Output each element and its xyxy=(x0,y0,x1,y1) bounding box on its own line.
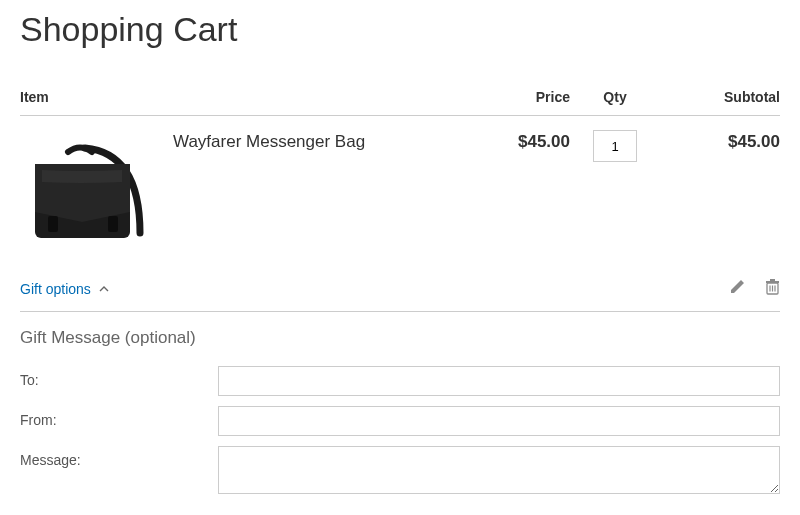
header-qty: Qty xyxy=(570,89,660,105)
gift-form: To: From: Message: xyxy=(20,366,780,494)
product-image[interactable] xyxy=(20,130,155,265)
gift-to-label: To: xyxy=(20,366,218,388)
qty-input[interactable] xyxy=(593,130,637,162)
header-subtotal: Subtotal xyxy=(660,89,780,105)
trash-icon[interactable] xyxy=(765,279,780,299)
cart-header-row: Item Price Qty Subtotal xyxy=(20,89,780,116)
page-title: Shopping Cart xyxy=(20,10,780,49)
item-actions-row: Gift options xyxy=(20,275,780,312)
header-price: Price xyxy=(470,89,570,105)
item-subtotal: $45.00 xyxy=(660,130,780,265)
edit-icon[interactable] xyxy=(729,279,745,299)
svg-rect-2 xyxy=(108,216,118,232)
item-price: $45.00 xyxy=(470,130,570,265)
gift-options-label: Gift options xyxy=(20,281,91,297)
gift-options-toggle[interactable]: Gift options xyxy=(20,281,109,297)
gift-message-label: Message: xyxy=(20,446,218,468)
gift-to-input[interactable] xyxy=(218,366,780,396)
gift-from-input[interactable] xyxy=(218,406,780,436)
svg-rect-1 xyxy=(48,216,58,232)
table-row: Wayfarer Messenger Bag $45.00 $45.00 xyxy=(20,116,780,275)
cart-table: Item Price Qty Subtotal xyxy=(20,89,780,494)
gift-from-label: From: xyxy=(20,406,218,428)
chevron-up-icon xyxy=(99,284,109,295)
header-item: Item xyxy=(20,89,470,105)
product-name[interactable]: Wayfarer Messenger Bag xyxy=(173,130,365,265)
svg-rect-8 xyxy=(770,279,775,281)
svg-rect-7 xyxy=(766,281,779,283)
gift-message-textarea[interactable] xyxy=(218,446,780,494)
gift-message-heading: Gift Message (optional) xyxy=(20,328,780,348)
